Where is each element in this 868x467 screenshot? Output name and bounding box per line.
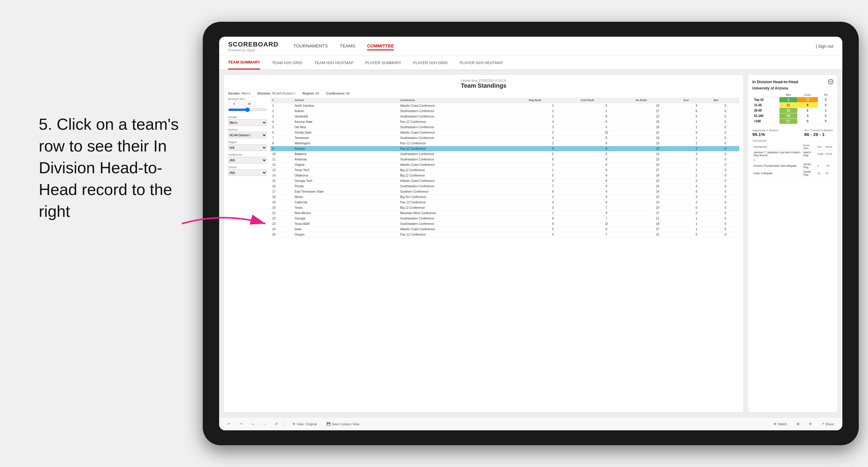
table-row[interactable]: 13 Texas Tech Big 12 Conference 1 9 27 2… xyxy=(271,167,739,173)
layout-button[interactable]: ⊞ xyxy=(794,421,802,427)
tournament-row: Jackson T. Stephens Cup Men's Match-Play… xyxy=(752,150,833,158)
subnav-team-h2h-heatmap[interactable]: TEAM H2H HEATMAP xyxy=(314,56,353,69)
min-rou-input[interactable] xyxy=(228,101,240,106)
division-filter-label: Division: NCAA Division I xyxy=(257,92,295,95)
rou-slider[interactable] xyxy=(228,107,267,112)
table-row[interactable]: 3 Vanderbilt Southeastern Conference 2 8… xyxy=(271,114,739,119)
gender-select[interactable]: Men's xyxy=(228,119,267,126)
tablet-frame: SCOREBOARD Powered by clippd TOURNAMENTS… xyxy=(203,22,859,445)
nav-bar: SCOREBOARD Powered by clippd TOURNAMENTS… xyxy=(219,37,842,56)
tournament-section-label: Tournament xyxy=(752,139,833,142)
h2h-row: 51-100 20 3 0 xyxy=(752,113,833,119)
t-col-name: Tournament xyxy=(752,144,802,150)
view-original-button[interactable]: 👁 View: Original xyxy=(290,421,319,427)
h2h-team-name: University of Arizona xyxy=(752,86,833,90)
nav-tournaments[interactable]: TOURNAMENTS xyxy=(293,42,328,51)
annotation-arrow xyxy=(176,209,271,239)
col-conf-rank: Conf Rank xyxy=(579,97,634,103)
standings-table-container: # School Conference Reg Rank Conf Rank N… xyxy=(271,97,739,408)
col-no-rnds: No Rnds xyxy=(634,97,681,103)
tablet-screen: SCOREBOARD Powered by clippd TOURNAMENTS… xyxy=(219,37,842,430)
h2h-row: >100 27 0 0 xyxy=(752,119,833,124)
filters-sidebar: Minimum Rou... - Gender Men's xyxy=(228,97,267,408)
table-row[interactable]: 21 New Mexico Mountain West Conference 1… xyxy=(271,211,739,216)
subnav-team-h2h-grid[interactable]: TEAM H2H GRID xyxy=(272,56,302,69)
table-row[interactable]: 25 Oregon Pac-12 Conference 5 7 21 0 0 xyxy=(271,232,739,238)
region-select[interactable]: N/A xyxy=(228,144,267,151)
bottom-toolbar: ↩ ↪ + − ↺ 👁 View: Original 💾 Save Custom… xyxy=(219,417,842,430)
h2h-col-loss: Loss xyxy=(797,93,818,97)
settings-button[interactable]: ⚙ xyxy=(807,421,814,427)
h2h-breakdown-table: Win Loss Tie Top 10 3 13 0 11-25 11 8 0 … xyxy=(752,93,833,124)
col-school: School xyxy=(293,97,398,103)
table-row[interactable]: 8 Washington Pac-12 Conference 2 8 23 1 … xyxy=(271,141,739,146)
zoom-out-button[interactable]: − xyxy=(261,421,268,427)
share-button[interactable]: ↗ Share xyxy=(819,421,836,427)
table-row[interactable]: 16 Florida Southeastern Conference 7 9 2… xyxy=(271,184,739,189)
h2h-close-button[interactable]: ✕ xyxy=(828,79,833,84)
col-win: Win xyxy=(712,97,739,103)
subnav-team-summary[interactable]: TEAM SUMMARY xyxy=(228,56,260,69)
h2h-title: In Division Head-to-Head xyxy=(752,80,798,84)
logo-title: SCOREBOARD xyxy=(228,40,279,48)
table-row[interactable]: 9 Arizona Pac-12 Conference 5 8 23 2 0 xyxy=(271,146,739,152)
table-row[interactable]: 22 Georgia Southeastern Conference 8 7 2… xyxy=(271,216,739,221)
table-row[interactable]: 19 California Pac-12 Conference 4 8 24 2… xyxy=(271,200,739,205)
h2h-panel: In Division Head-to-Head ✕ University of… xyxy=(748,75,838,412)
toolbar-sep1 xyxy=(285,421,285,427)
h2h-row: Top 10 3 13 0 xyxy=(752,97,833,102)
table-row[interactable]: 18 Illinois Big Ten Conference 1 9 23 3 … xyxy=(271,194,739,200)
subnav-player-h2h-heatmap[interactable]: PLAYER H2H HEATMAP xyxy=(460,56,503,69)
table-row[interactable]: 5 Ole Miss Southeastern Conference 3 6 1… xyxy=(271,125,739,130)
t-col-pos: Pos xyxy=(816,144,825,150)
school-label: School xyxy=(228,166,267,169)
eye-icon: 👁 xyxy=(292,422,296,426)
save-custom-button[interactable]: 💾 Save Custom View xyxy=(324,421,362,427)
undo-button[interactable]: ↩ xyxy=(225,421,232,427)
division-label: Division xyxy=(228,128,267,131)
region-filter-label: Region: All xyxy=(302,92,319,95)
watch-button[interactable]: 👁 Watch xyxy=(771,421,789,427)
table-row[interactable]: 2 Auburn Southeastern Conference 2 1 27 … xyxy=(271,108,739,114)
redo-button[interactable]: ↪ xyxy=(237,421,245,427)
table-row[interactable]: 17 East Tennessee State Southern Confere… xyxy=(271,189,739,194)
nav-teams[interactable]: TEAMS xyxy=(340,42,355,51)
table-row[interactable]: 6 Florida State Atlantic Coast Conferenc… xyxy=(271,130,739,135)
table-row[interactable]: 15 Georgia Tech Atlantic Coast Conferenc… xyxy=(271,178,739,184)
subnav-player-h2h-grid[interactable]: PLAYER H2H GRID xyxy=(413,56,447,69)
conference-select[interactable]: (All) xyxy=(228,157,267,163)
reset-button[interactable]: ↺ xyxy=(273,421,280,427)
t-col-event-type: Event Type xyxy=(802,144,816,150)
tournament-row: Arizona Thunderbirds Intercollegiate Str… xyxy=(752,162,833,170)
division-select[interactable]: NCAA Division I xyxy=(228,132,267,138)
logo: SCOREBOARD Powered by clippd xyxy=(228,40,279,52)
h2h-col-range xyxy=(752,93,779,97)
school-select[interactable]: (All) xyxy=(228,169,267,176)
table-row[interactable]: 4 Arizona State Pac-12 Conference 4 9 26… xyxy=(271,119,739,125)
max-rou-input[interactable] xyxy=(243,101,255,106)
table-row[interactable]: 12 Virginia Atlantic Coast Conference 3 … xyxy=(271,162,739,167)
table-row[interactable]: 20 Texas Big 12 Conference 3 7 20 0 0 xyxy=(271,205,739,211)
nav-items: TOURNAMENTS TEAMS COMMITTEE xyxy=(293,42,816,51)
table-row[interactable]: 24 Duke Atlantic Coast Conference 5 9 27… xyxy=(271,227,739,232)
zoom-in-button[interactable]: + xyxy=(250,421,256,427)
h2h-col-tie: Tie xyxy=(818,93,833,97)
table-row[interactable]: 7 Tennessee Southeastern Conference 4 6 … xyxy=(271,135,739,141)
table-row[interactable]: 23 Texas A&M Southeastern Conference 9 1… xyxy=(271,221,739,227)
nav-committee[interactable]: COMMITTEE xyxy=(367,42,394,51)
table-row[interactable]: 11 Arkansas Southeastern Conference 6 8 … xyxy=(271,157,739,162)
table-row[interactable]: 1 North Carolina Atlantic Coast Conferen… xyxy=(271,103,739,108)
gender-filter-label: Gender: Men's xyxy=(228,92,250,95)
sub-nav: TEAM SUMMARY TEAM H2H GRID TEAM H2H HEAT… xyxy=(219,56,842,70)
subnav-player-summary[interactable]: PLAYER SUMMARY xyxy=(365,56,401,69)
opponents-in-division: Opponents in division: 99.1% xyxy=(752,129,779,137)
tournament-table: Tournament Event Type Pos Score Jackson … xyxy=(752,144,833,177)
table-row[interactable]: 14 Oklahoma Big 12 Conference 5 9 24 2 0 xyxy=(271,173,739,178)
h2h-row: 11-25 11 8 0 xyxy=(752,102,833,108)
table-row[interactable]: 10 Alabama Southeastern Conference 5 8 2… xyxy=(271,152,739,157)
min-rou-label: Minimum Rou... xyxy=(228,97,267,100)
sign-out-link[interactable]: | Sign out xyxy=(816,44,833,49)
conference-label: Conference xyxy=(228,153,267,156)
share-icon: ↗ xyxy=(822,422,824,426)
region-label: Region xyxy=(228,141,267,144)
